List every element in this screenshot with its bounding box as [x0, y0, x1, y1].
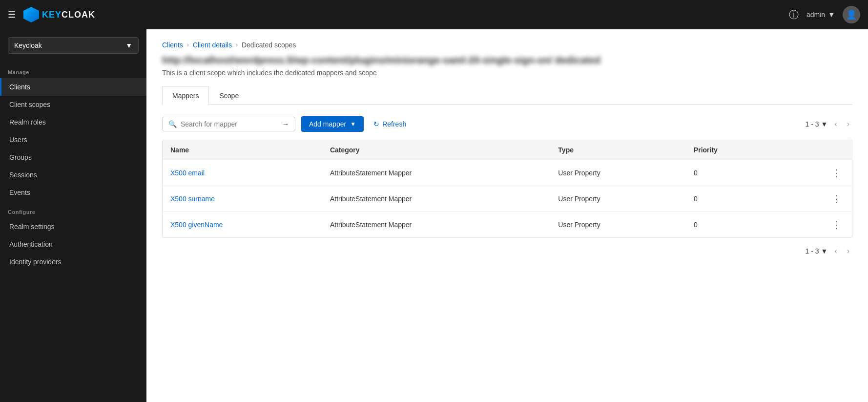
pagination-select[interactable]: 1 - 3 ▼: [805, 120, 827, 128]
sidebar-item-realm-roles[interactable]: Realm roles: [0, 113, 146, 131]
col-name: Name: [163, 140, 322, 160]
row-2-type: User Property: [550, 186, 686, 212]
row-3-category: AttributeStatement Mapper: [322, 212, 550, 238]
row-2-actions: ⋮: [779, 186, 852, 212]
pagination-dropdown-icon: ▼: [821, 120, 827, 128]
search-icon: 🔍: [168, 120, 177, 128]
table-header-row: Name Category Type Priority: [163, 140, 852, 160]
sidebar-item-authentication[interactable]: Authentication: [0, 235, 146, 253]
tabs-container: Mappers Scope: [162, 86, 852, 105]
sidebar-item-groups[interactable]: Groups: [0, 148, 146, 166]
row-1-type: User Property: [550, 160, 686, 186]
sidebar-item-realm-settings[interactable]: Realm settings: [0, 218, 146, 235]
row-1-actions: ⋮: [779, 160, 852, 186]
bottom-pagination-select[interactable]: 1 - 3 ▼: [805, 247, 827, 255]
add-mapper-dropdown-icon: ▼: [350, 121, 356, 127]
user-dropdown[interactable]: admin ▼: [806, 11, 835, 19]
tab-scope[interactable]: Scope: [209, 86, 249, 105]
breadcrumb-sep-1: ›: [187, 42, 189, 48]
mapper-link-x500-givenname[interactable]: X500 givenName: [170, 221, 223, 229]
sidebar: Keycloak ▼ Manage Clients Client scopes …: [0, 29, 146, 402]
bottom-pagination: 1 - 3 ▼ ‹ ›: [162, 238, 852, 256]
logo-area: KEYCLOAK: [23, 7, 95, 22]
top-pagination: 1 - 3 ▼ ‹ ›: [805, 119, 852, 129]
help-icon[interactable]: ⓘ: [789, 8, 799, 21]
realm-selector[interactable]: Keycloak ▼: [8, 37, 139, 54]
page-title: http://localhost/wordpress.5/wp-content/…: [162, 55, 852, 66]
bottom-pagination-next-button[interactable]: ›: [844, 246, 852, 256]
mapper-link-x500-surname[interactable]: X500 surname: [170, 195, 215, 203]
topbar-right: ⓘ admin ▼ 👤: [789, 6, 860, 23]
breadcrumb-sep-2: ›: [236, 42, 238, 48]
row-3-actions: ⋮: [779, 212, 852, 238]
table-row: X500 email AttributeStatement Mapper Use…: [163, 160, 852, 186]
keycloak-logo-icon: [23, 7, 39, 22]
layout: Keycloak ▼ Manage Clients Client scopes …: [0, 29, 868, 402]
breadcrumb-client-details[interactable]: Client details: [193, 41, 232, 49]
keycloak-logo-text: KEYCLOAK: [42, 10, 95, 20]
row-3-priority: 0: [686, 212, 779, 238]
tab-mappers[interactable]: Mappers: [162, 86, 209, 105]
bottom-pagination-prev-button[interactable]: ‹: [831, 246, 840, 256]
refresh-icon: ↻: [373, 120, 379, 128]
breadcrumb-clients[interactable]: Clients: [162, 41, 183, 49]
sidebar-item-users[interactable]: Users: [0, 131, 146, 148]
sidebar-item-sessions[interactable]: Sessions: [0, 166, 146, 184]
table-row: X500 givenName AttributeStatement Mapper…: [163, 212, 852, 238]
table-row: X500 surname AttributeStatement Mapper U…: [163, 186, 852, 212]
sidebar-section-manage: Manage: [0, 62, 146, 78]
row-2-priority: 0: [686, 186, 779, 212]
row-1-category: AttributeStatement Mapper: [322, 160, 550, 186]
refresh-button[interactable]: ↻ Refresh: [370, 117, 410, 131]
page-subtitle: This is a client scope which includes th…: [162, 69, 852, 77]
col-category: Category: [322, 140, 550, 160]
sidebar-item-identity-providers[interactable]: Identity providers: [0, 253, 146, 271]
row-3-type: User Property: [550, 212, 686, 238]
main-content: Clients › Client details › Dedicated sco…: [146, 29, 868, 402]
breadcrumb-current: Dedicated scopes: [242, 41, 296, 49]
add-mapper-button[interactable]: Add mapper ▼: [301, 116, 364, 132]
hamburger-icon[interactable]: ☰: [8, 9, 16, 20]
row-3-menu-button[interactable]: ⋮: [828, 218, 844, 232]
breadcrumb: Clients › Client details › Dedicated sco…: [162, 41, 852, 49]
avatar[interactable]: 👤: [843, 6, 860, 23]
sidebar-section-configure: Configure: [0, 201, 146, 218]
search-submit-icon[interactable]: →: [282, 120, 289, 128]
row-1-menu-button[interactable]: ⋮: [828, 166, 844, 180]
search-box: 🔍 →: [162, 117, 295, 131]
col-actions: [779, 140, 852, 160]
sidebar-item-events[interactable]: Events: [0, 184, 146, 201]
row-3-name: X500 givenName: [163, 212, 322, 238]
topbar-left: ☰ KEYCLOAK: [8, 7, 95, 22]
row-1-priority: 0: [686, 160, 779, 186]
pagination-prev-button[interactable]: ‹: [831, 119, 840, 129]
col-type: Type: [550, 140, 686, 160]
search-input[interactable]: [181, 120, 278, 128]
row-2-menu-button[interactable]: ⋮: [828, 192, 844, 206]
mappers-table: Name Category Type Priority X500 email A…: [162, 140, 852, 238]
row-1-name: X500 email: [163, 160, 322, 186]
row-2-category: AttributeStatement Mapper: [322, 186, 550, 212]
col-priority: Priority: [686, 140, 779, 160]
toolbar: 🔍 → Add mapper ▼ ↻ Refresh 1 - 3 ▼ ‹ ›: [162, 116, 852, 132]
pagination-next-button[interactable]: ›: [844, 119, 852, 129]
sidebar-item-clients[interactable]: Clients: [0, 78, 146, 96]
bottom-pagination-dropdown-icon: ▼: [821, 247, 827, 255]
sidebar-item-client-scopes[interactable]: Client scopes: [0, 96, 146, 113]
chevron-down-icon: ▼: [125, 42, 132, 49]
topbar: ☰ KEYCLOAK ⓘ admin ▼ 👤: [0, 0, 868, 29]
row-2-name: X500 surname: [163, 186, 322, 212]
mapper-link-x500-email[interactable]: X500 email: [170, 169, 205, 177]
